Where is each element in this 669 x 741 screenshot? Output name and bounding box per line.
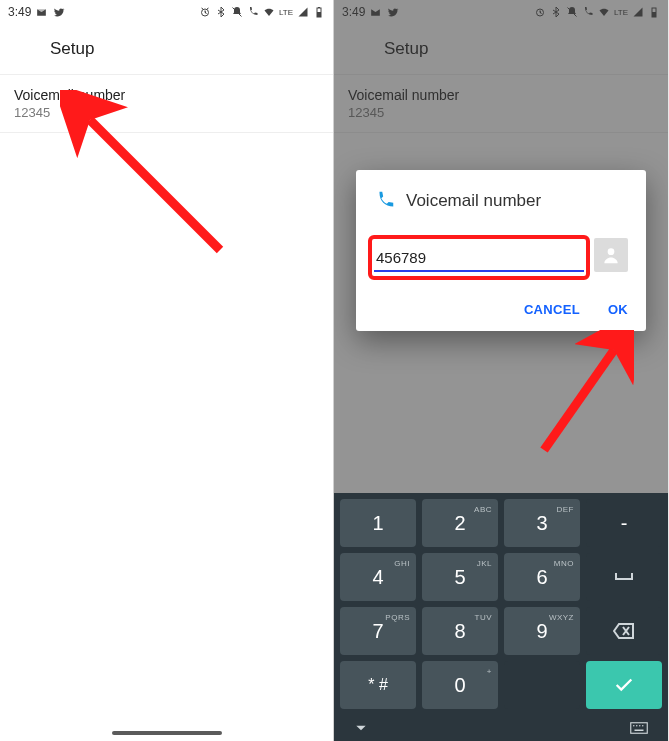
key-enter[interactable] xyxy=(586,661,662,709)
person-icon xyxy=(601,245,621,265)
phone-right: 3:49 LTE Setup Voicemail number 12345 Vo… xyxy=(334,0,668,741)
key-1[interactable]: 1 xyxy=(340,499,416,547)
backspace-icon xyxy=(613,623,635,639)
key-backspace[interactable] xyxy=(586,607,662,655)
svg-point-15 xyxy=(639,725,641,727)
key-3[interactable]: 3DEF xyxy=(504,499,580,547)
ok-button[interactable]: OK xyxy=(608,302,628,317)
keyboard-settings-icon[interactable] xyxy=(630,722,648,734)
pick-contact-button[interactable] xyxy=(594,238,628,272)
key-9[interactable]: 9WXYZ xyxy=(504,607,580,655)
key-0[interactable]: 0+ xyxy=(422,661,498,709)
svg-point-16 xyxy=(642,725,644,727)
key-2[interactable]: 2ABC xyxy=(422,499,498,547)
svg-rect-4 xyxy=(318,7,320,8)
key-star-hash[interactable]: * # xyxy=(340,661,416,709)
dialog-title-text: Voicemail number xyxy=(406,191,541,211)
wifi-call-icon xyxy=(247,6,259,18)
key-7[interactable]: 7PQRS xyxy=(340,607,416,655)
svg-point-13 xyxy=(633,725,635,727)
keyboard-collapse-icon[interactable] xyxy=(354,721,368,735)
gmail-icon xyxy=(35,6,48,19)
voicemail-input[interactable] xyxy=(374,245,584,272)
numeric-keypad: 1 2ABC 3DEF - 4GHI 5JKL 6MNO 7PQRS 8TUV … xyxy=(334,493,668,741)
wifi-icon xyxy=(263,6,275,18)
alarm-icon xyxy=(199,6,211,18)
status-time: 3:49 xyxy=(8,5,31,19)
key-space[interactable] xyxy=(586,553,662,601)
battery-icon xyxy=(313,6,325,18)
key-dash[interactable]: - xyxy=(586,499,662,547)
space-icon xyxy=(614,571,634,583)
check-icon xyxy=(613,674,635,696)
key-5[interactable]: 5JKL xyxy=(422,553,498,601)
lte-label: LTE xyxy=(279,8,293,17)
bluetooth-icon xyxy=(215,6,227,18)
svg-rect-17 xyxy=(635,730,644,732)
phone-left: 3:49 LTE Setup Voicemail number 12345 xyxy=(0,0,334,741)
voicemail-value: 12345 xyxy=(14,105,319,120)
mute-icon xyxy=(231,6,243,18)
key-8[interactable]: 8TUV xyxy=(422,607,498,655)
page-title: Setup xyxy=(50,39,94,59)
phone-icon xyxy=(374,190,396,212)
home-indicator[interactable] xyxy=(112,731,222,735)
key-4[interactable]: 4GHI xyxy=(340,553,416,601)
svg-rect-12 xyxy=(631,723,648,734)
voicemail-label: Voicemail number xyxy=(14,87,319,103)
page-header: Setup xyxy=(0,24,333,74)
svg-point-14 xyxy=(636,725,638,727)
key-empty[interactable] xyxy=(504,661,580,709)
svg-point-10 xyxy=(608,248,615,255)
status-bar: 3:49 LTE xyxy=(0,0,333,24)
twitter-icon xyxy=(52,6,65,19)
voicemail-dialog: Voicemail number CANCEL OK xyxy=(356,170,646,331)
cancel-button[interactable]: CANCEL xyxy=(524,302,580,317)
signal-icon xyxy=(297,6,309,18)
voicemail-row[interactable]: Voicemail number 12345 xyxy=(0,74,333,133)
key-6[interactable]: 6MNO xyxy=(504,553,580,601)
svg-line-5 xyxy=(90,120,220,250)
svg-rect-3 xyxy=(317,12,321,17)
